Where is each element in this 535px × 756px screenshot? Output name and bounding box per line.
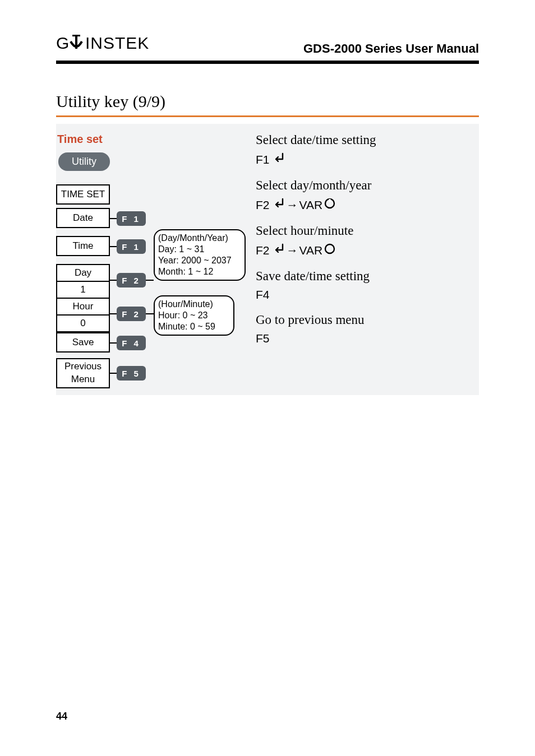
desc-select-datetime: Select date/time setting [256,133,479,147]
softkey-day-value: 1 [57,282,109,298]
softkey-prev-l2: Menu [57,374,109,387]
softkey-timeset: TIME SET [56,184,110,205]
fkey-f4[interactable]: F 4 [117,336,146,350]
connector [146,313,154,314]
enter-icon [271,243,285,258]
svg-text:G: G [56,34,70,52]
fkey-f1-time[interactable]: F 1 [117,239,146,254]
page-header: G INSTEK GDS-2000 Series User Manual [56,34,479,64]
desc-save: Save date/time setting [256,269,479,284]
var-label: VAR [299,244,323,257]
keyline-f5: F5 [256,332,479,345]
softkey-day-label: Day [57,265,109,282]
connector [110,280,117,281]
softkey-prev-l1: Previous [57,359,109,374]
softkey-time-label: Time [57,237,109,255]
softkey-save-label: Save [57,333,109,351]
connector [146,280,154,281]
bubble-line: Hour: 0 ~ 23 [158,310,230,321]
softkey-date-label: Date [57,209,109,227]
softkey-hour-value: 0 [57,316,109,331]
bubble-line: Year: 2000 ~ 2037 [158,255,241,266]
bubble-line: Month: 1 ~ 12 [158,266,241,277]
arrow-right-icon: → [287,198,298,212]
arrow-right-icon: → [287,244,298,257]
bubble-line: Day: 1 ~ 31 [158,244,241,255]
connector [110,373,117,374]
var-label: VAR [299,198,323,212]
time-set-label: Time set [57,133,252,146]
brand-svg: G INSTEK [56,34,174,53]
key-label: F2 [256,244,270,257]
bubble-line: (Hour/Minute) [158,299,230,310]
manual-page: { "header": { "brand": "GWINSTEK", "doc_… [0,0,535,756]
keyline-f1: F1 [256,152,479,167]
time-range-bubble: (Hour/Minute) Hour: 0 ~ 23 Minute: 0 ~ 5… [154,295,234,336]
fkey-f2-day[interactable]: F 2 [117,273,146,287]
key-label: F5 [256,332,270,345]
brand-logo: G INSTEK [56,34,174,57]
bubble-line: (Day/Month/Year) [158,233,241,244]
right-column: Select date/time setting F1 Select day/m… [252,133,479,345]
fkey-f2-hour[interactable]: F 2 [117,307,146,321]
doc-title: GDS-2000 Series User Manual [303,41,479,56]
enter-icon [271,197,285,212]
softkey-date: Date [56,208,110,228]
section-title: Utility key (9/9) [56,92,479,111]
keyline-f2-var-1: F2 → VAR [256,197,479,212]
key-label: F1 [256,153,270,166]
fkey-f5[interactable]: F 5 [117,366,146,381]
softkey-save: Save [56,332,110,353]
knob-icon [324,197,336,212]
keyline-f4: F4 [256,288,479,302]
svg-text:INSTEK: INSTEK [85,34,149,52]
connector [110,218,117,219]
softkey-timeset-label: TIME SET [57,185,109,203]
knob-icon [324,243,336,258]
page-number: 44 [56,711,67,722]
left-column: Time set Utility TIME SET Date F 1 Time … [56,133,252,386]
desc-select-dmy: Select day/month/year [256,178,479,193]
connector [110,246,117,247]
key-label: F2 [256,198,270,212]
bubble-line: Minute: 0 ~ 59 [158,321,230,332]
date-range-bubble: (Day/Month/Year) Day: 1 ~ 31 Year: 2000 … [154,229,246,281]
desc-prev-menu: Go to previous menu [256,313,479,327]
key-label: F4 [256,288,270,302]
orange-rule [56,115,479,117]
softkey-hour: Hour 0 [56,298,110,332]
softkey-day: Day 1 [56,264,110,299]
fkey-f1-date[interactable]: F 1 [117,211,146,226]
connector [110,342,117,344]
softkey-hour-label: Hour [57,299,109,316]
keyline-f2-var-2: F2 → VAR [256,243,479,258]
softkey-diagram: TIME SET Date F 1 Time F 1 Day 1 [56,184,252,386]
enter-icon [271,152,285,167]
svg-rect-2 [72,35,80,36]
softkey-previous-menu: Previous Menu [56,358,110,388]
desc-select-hm: Select hour/minute [256,224,479,238]
content-band: Time set Utility TIME SET Date F 1 Time … [56,124,479,395]
utility-button[interactable]: Utility [58,152,110,171]
connector [110,313,117,314]
svg-point-7 [325,244,334,253]
softkey-time: Time [56,236,110,256]
